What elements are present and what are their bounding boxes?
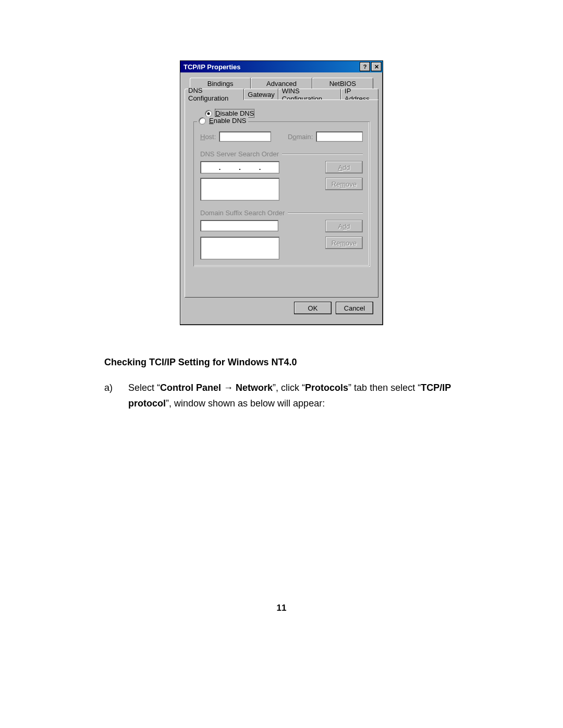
divider bbox=[288, 213, 363, 213]
dns-server-list-row: Remove bbox=[200, 178, 363, 201]
tab-wins-configuration[interactable]: WINS Configuration bbox=[278, 89, 341, 100]
domain-label: Domain: bbox=[288, 133, 313, 141]
document-text: Checking TCI/IP Setting for Windows NT4.… bbox=[104, 354, 459, 412]
dns-search-label: DNS Server Search Order bbox=[200, 150, 279, 158]
dialog-body: Bindings Advanced NetBIOS DNS Configurat… bbox=[180, 72, 383, 325]
tab-dns-configuration[interactable]: DNS Configuration bbox=[185, 89, 244, 100]
titlebar-text: TCP/IP Properties bbox=[183, 63, 241, 71]
ok-button[interactable]: OK bbox=[294, 302, 332, 314]
suffix-remove-button: Remove bbox=[325, 237, 363, 249]
help-icon[interactable]: ? bbox=[360, 62, 370, 71]
page-number: 11 bbox=[0, 603, 563, 613]
divider bbox=[282, 154, 363, 154]
domain-suffix-listbox bbox=[200, 237, 279, 260]
list-item: a) Select “Control Panel → Network”, cli… bbox=[104, 380, 459, 412]
domain-input bbox=[316, 131, 363, 142]
tab-gateway[interactable]: Gateway bbox=[244, 89, 278, 100]
tab-row-front: DNS Configuration Gateway WINS Configura… bbox=[185, 89, 378, 100]
dns-server-search-order-heading: DNS Server Search Order bbox=[200, 150, 363, 158]
dns-server-add-row: . . . Add bbox=[200, 161, 363, 174]
text-bold: Protocols bbox=[305, 382, 348, 393]
list-body: Select “Control Panel → Network”, click … bbox=[128, 380, 459, 412]
dns-ip-input: . . . bbox=[200, 161, 279, 174]
dialog-footer: OK Cancel bbox=[185, 298, 378, 319]
text: ” tab then select “ bbox=[348, 382, 421, 393]
titlebar: TCP/IP Properties ? ✕ bbox=[180, 61, 383, 72]
tab-panel-dns: Disable DNS Enable DNS Host: Domain: bbox=[185, 100, 378, 298]
text-bold: Control Panel bbox=[160, 382, 221, 393]
titlebar-buttons: ? ✕ bbox=[360, 62, 382, 71]
tab-ip-address[interactable]: IP Address bbox=[341, 89, 378, 100]
domain-suffix-add-row: Add bbox=[200, 220, 363, 232]
radio-disable-dns-label: Disable DNS bbox=[215, 109, 254, 117]
dns-add-button: Add bbox=[325, 161, 363, 174]
text: Select “ bbox=[128, 382, 160, 393]
domain-suffix-label: Domain Suffix Search Order bbox=[200, 209, 285, 217]
radio-icon bbox=[205, 110, 212, 117]
arrow-icon: → bbox=[224, 382, 233, 393]
text: ”, click “ bbox=[273, 382, 305, 393]
text-bold: Network bbox=[236, 382, 273, 393]
radio-icon bbox=[199, 117, 206, 125]
host-label: Host: bbox=[200, 133, 216, 141]
tcpip-properties-dialog: TCP/IP Properties ? ✕ Bindings Advanced … bbox=[180, 60, 383, 325]
document-page: TCP/IP Properties ? ✕ Bindings Advanced … bbox=[0, 0, 563, 728]
domain-suffix-search-order-heading: Domain Suffix Search Order bbox=[200, 209, 363, 217]
domain-suffix-list-row: Remove bbox=[200, 237, 363, 260]
host-domain-row: Host: Domain: bbox=[200, 131, 363, 142]
host-input bbox=[219, 131, 271, 142]
suffix-add-button: Add bbox=[325, 220, 363, 232]
text: ”, window shown as below will appear: bbox=[166, 398, 325, 409]
section-heading: Checking TCI/IP Setting for Windows NT4.… bbox=[104, 354, 459, 371]
enable-dns-group: Enable DNS Host: Domain: DNS Server Sear… bbox=[193, 121, 370, 266]
dns-remove-button: Remove bbox=[325, 178, 363, 190]
dns-server-listbox bbox=[200, 178, 279, 201]
radio-disable-dns-row[interactable]: Disable DNS bbox=[205, 109, 370, 117]
cancel-button[interactable]: Cancel bbox=[336, 302, 373, 314]
domain-suffix-input bbox=[200, 220, 278, 231]
close-icon[interactable]: ✕ bbox=[371, 62, 382, 71]
radio-enable-dns-label[interactable]: Enable DNS bbox=[209, 117, 247, 125]
list-marker: a) bbox=[104, 380, 115, 412]
tab-control: Bindings Advanced NetBIOS DNS Configurat… bbox=[185, 78, 378, 298]
